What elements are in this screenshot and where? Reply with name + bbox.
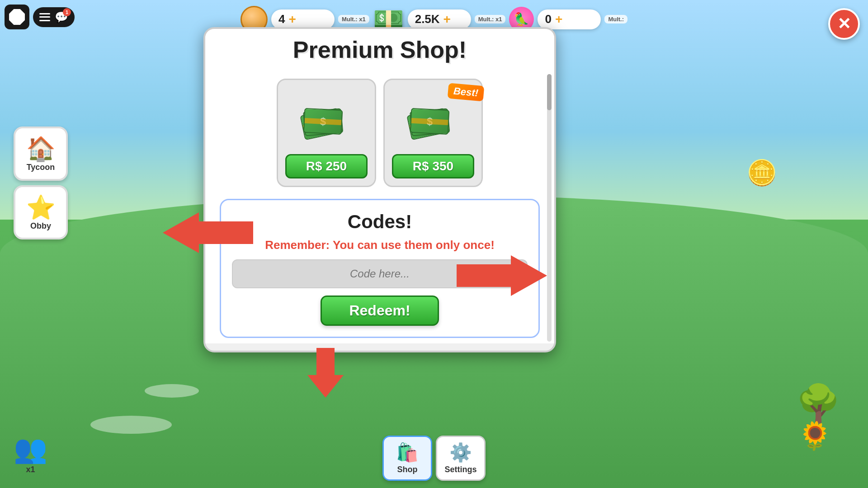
settings-nav-button[interactable]: ⚙️ Settings xyxy=(436,436,486,481)
currency3-count: 0 xyxy=(545,12,551,26)
close-button[interactable]: ✕ xyxy=(828,8,860,40)
best-badge: Best! xyxy=(448,83,485,102)
shop-items-row: R$ 250 Best! R$ 350 xyxy=(212,74,547,192)
scrollbar-thumb[interactable] xyxy=(547,74,552,110)
avatar-figure: 👥 xyxy=(14,433,47,465)
currency2-mult: Mult.: x1 xyxy=(475,15,506,23)
money-stack-2 xyxy=(410,109,456,150)
currency3-pill: 0 + xyxy=(538,9,601,29)
hamburger-icon xyxy=(39,13,50,21)
obby-label: Obby xyxy=(30,221,51,231)
currency3-plus-button[interactable]: + xyxy=(555,12,562,27)
close-icon: ✕ xyxy=(837,14,851,33)
tycoon-label: Tycoon xyxy=(27,163,55,172)
modal-header: Premium Shop! xyxy=(205,29,554,67)
currency1-count: 4 xyxy=(278,12,285,26)
obby-icon: ⭐ xyxy=(26,194,56,221)
redeem-button[interactable]: Redeem! xyxy=(321,296,439,326)
currency1-plus-button[interactable]: + xyxy=(288,12,296,27)
ground-oval-1 xyxy=(90,416,172,434)
svg-marker-2 xyxy=(307,348,344,398)
modal-scrollbar[interactable] xyxy=(547,74,552,342)
arrow-to-shop-nav xyxy=(276,348,366,398)
svg-marker-1 xyxy=(457,255,547,296)
codes-title: Codes! xyxy=(232,211,528,233)
roblox-button[interactable] xyxy=(5,5,29,29)
currency2-pill: 2.5K + xyxy=(408,9,471,29)
tycoon-nav-button[interactable]: 🏠 Tycoon xyxy=(14,127,68,181)
menu-chat-pill[interactable]: 💬 1 xyxy=(33,7,75,27)
bottom-left-avatar: 👥 x1 xyxy=(14,433,47,474)
top-left-controls: 💬 1 xyxy=(5,5,75,29)
currency3-mult: Mult.: xyxy=(604,15,627,23)
currency2-plus-button[interactable]: + xyxy=(443,12,451,27)
multiplier-label: x1 xyxy=(26,465,35,474)
left-navigation: 🏠 Tycoon ⭐ Obby xyxy=(14,127,68,239)
chat-button[interactable]: 💬 1 xyxy=(55,11,68,23)
svg-marker-0 xyxy=(163,212,253,253)
money-stack-1 xyxy=(304,109,349,150)
shop-nav-button[interactable]: 🛍️ Shop xyxy=(382,436,432,481)
currency1-pill: 4 + xyxy=(271,9,335,29)
coin-decoration: 🪙 xyxy=(746,158,778,188)
bottom-navigation: 🛍️ Shop ⚙️ Settings xyxy=(382,436,486,481)
tree-decoration: 🌳 xyxy=(796,382,841,425)
currency1-mult: Mult.: x1 xyxy=(338,15,369,23)
tycoon-icon: 🏠 xyxy=(26,135,56,163)
right-arrow-to-redeem xyxy=(457,255,547,296)
money-bill-3 xyxy=(303,108,343,135)
shop-content: R$ 250 Best! R$ 350 Codes! Remember: You… xyxy=(205,67,554,343)
settings-nav-label: Settings xyxy=(444,465,476,474)
money-bill-6 xyxy=(410,108,450,135)
shop-item-250[interactable]: R$ 250 xyxy=(277,79,376,187)
left-arrow-to-input xyxy=(163,212,253,253)
sunflower-decoration: 🌻 xyxy=(798,420,832,452)
roblox-logo xyxy=(9,9,25,25)
price-button-250[interactable]: R$ 250 xyxy=(285,154,368,178)
obby-nav-button[interactable]: ⭐ Obby xyxy=(14,185,68,239)
settings-nav-icon: ⚙️ xyxy=(449,442,472,463)
currency2-count: 2.5K xyxy=(415,12,440,26)
shop-nav-icon: 🛍️ xyxy=(396,442,419,463)
codes-warning: Remember: You can use them only once! xyxy=(232,238,528,252)
ground-oval-2 xyxy=(145,384,199,398)
price-button-350[interactable]: R$ 350 xyxy=(392,154,474,178)
shop-item-350[interactable]: Best! R$ 350 xyxy=(383,79,483,187)
notification-badge: 1 xyxy=(63,8,71,16)
shop-nav-label: Shop xyxy=(397,465,418,474)
premium-shop-modal: Premium Shop! R$ 250 Best! xyxy=(203,27,556,352)
shop-title: Premium Shop! xyxy=(205,36,554,63)
